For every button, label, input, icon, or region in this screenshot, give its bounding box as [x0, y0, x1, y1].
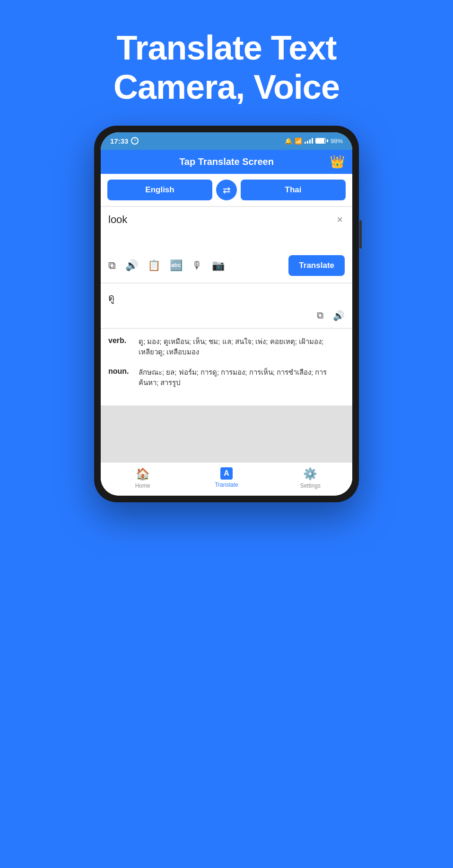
phone-screen: 17:33 🔔 📶: [101, 132, 352, 496]
phone-side-button: [359, 220, 362, 249]
paste-icon[interactable]: 📋: [148, 259, 160, 272]
swap-languages-button[interactable]: ⇄: [216, 180, 237, 200]
camera-icon[interactable]: 📷: [212, 259, 225, 272]
microphone-icon[interactable]: 🎙: [192, 259, 202, 272]
input-top: look ×: [108, 214, 345, 226]
dict-pos-noun: noun.: [108, 367, 132, 376]
app-header-title: Tap Translate Screen: [179, 156, 274, 167]
alarm-icon: 🔔: [285, 138, 292, 145]
hero-section: Translate Text Camera, Voice: [95, 0, 358, 126]
nav-translate[interactable]: A Translate: [208, 467, 245, 489]
wifi-icon: 📶: [295, 138, 302, 145]
output-speaker-icon[interactable]: 🔊: [333, 310, 345, 321]
nav-home[interactable]: 🏠 Home: [124, 467, 162, 489]
home-icon: 🏠: [136, 467, 150, 481]
swap-icon: ⇄: [223, 184, 231, 196]
settings-icon: ⚙️: [303, 467, 317, 481]
toolbar-icons: ⧉ 🔊 📋 🔤 🎙 📷: [108, 259, 225, 272]
nav-home-label: Home: [135, 482, 150, 489]
dictionary-results: verb. ดู; มอง; ดูเหมือน; เห็น; ชม; แล; ส…: [101, 329, 352, 405]
status-bar: 17:33 🔔 📶: [101, 132, 352, 150]
translate-button[interactable]: Translate: [288, 255, 345, 276]
dict-def-noun: ลักษณะ; ยล; ฟอร์ม; การดู; การมอง; การเห็…: [139, 367, 345, 388]
translated-text: ดู: [108, 290, 345, 305]
battery-pct: 98%: [331, 138, 343, 145]
dict-entry-noun: noun. ลักษณะ; ยล; ฟอร์ม; การดู; การมอง; …: [108, 367, 345, 388]
target-language-button[interactable]: Thai: [241, 180, 346, 200]
clock-icon: [131, 137, 139, 145]
speaker-icon[interactable]: 🔊: [125, 259, 138, 272]
signal-icon: [305, 138, 313, 144]
translate-tab-icon: A: [220, 467, 233, 480]
output-copy-icon[interactable]: ⧉: [317, 310, 323, 321]
output-icons: ⧉ 🔊: [108, 310, 345, 321]
status-icons: 🔔 📶 98%: [285, 138, 343, 145]
language-selector: English ⇄ Thai: [101, 174, 352, 206]
phone-frame: 17:33 🔔 📶: [94, 126, 359, 502]
status-time: 17:33: [110, 137, 139, 145]
translation-output: ดู ⧉ 🔊: [101, 284, 352, 328]
nav-translate-label: Translate: [215, 481, 238, 488]
input-text[interactable]: look: [108, 214, 335, 226]
source-language-button[interactable]: English: [107, 180, 212, 200]
dict-entry-verb: verb. ดู; มอง; ดูเหมือน; เห็น; ชม; แล; ส…: [108, 336, 345, 358]
clear-button[interactable]: ×: [335, 214, 345, 226]
input-area: look × ⧉ 🔊 📋 🔤 🎙 📷 Translate: [101, 207, 352, 283]
battery-icon: [315, 138, 328, 144]
dict-def-verb: ดู; มอง; ดูเหมือน; เห็น; ชม; แล; สนใจ; เ…: [139, 336, 345, 358]
copy-icon[interactable]: ⧉: [108, 259, 116, 272]
dict-pos-verb: verb.: [108, 336, 132, 345]
app-header: Tap Translate Screen 👑: [101, 150, 352, 174]
nav-settings-label: Settings: [300, 482, 321, 489]
nav-settings[interactable]: ⚙️ Settings: [291, 467, 329, 489]
bottom-nav: 🏠 Home A Translate ⚙️ Settings: [101, 462, 352, 496]
hero-title: Translate Text Camera, Voice: [113, 28, 340, 107]
empty-area: [101, 405, 352, 462]
crown-icon[interactable]: 👑: [330, 155, 345, 169]
translate-text-icon[interactable]: 🔤: [170, 259, 183, 272]
input-toolbar: ⧉ 🔊 📋 🔤 🎙 📷 Translate: [108, 249, 345, 276]
